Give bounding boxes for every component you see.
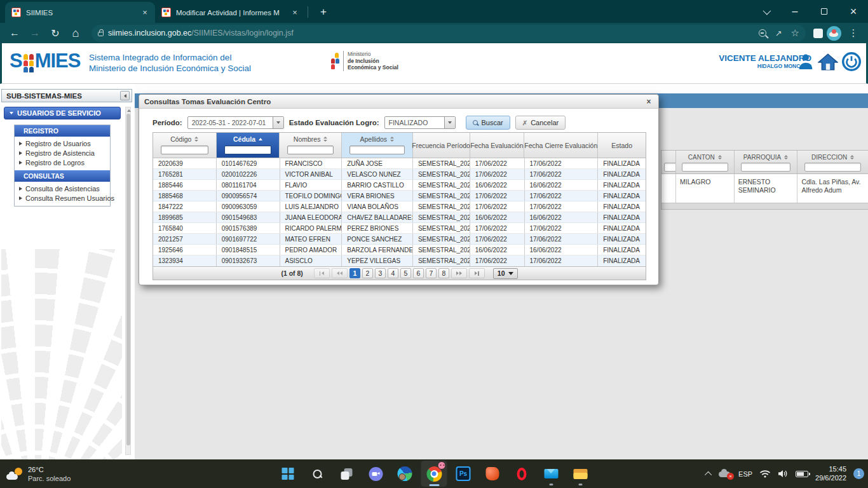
language-indicator[interactable]: ESP	[738, 470, 752, 478]
home-button[interactable]	[67, 25, 84, 41]
tab-modificar-actividad[interactable]: Modificar Actividad | Informes M	[155, 2, 305, 23]
logout-power-icon[interactable]	[842, 52, 861, 71]
home-icon[interactable]	[818, 52, 838, 71]
page-button[interactable]: 5	[400, 268, 411, 278]
back-button[interactable]	[6, 25, 23, 41]
tab-search-button[interactable]	[751, 0, 780, 23]
column-header-parroquia[interactable]: PARROQUIA	[735, 151, 798, 173]
dropdown-button[interactable]	[444, 117, 455, 128]
dropdown-button[interactable]	[273, 117, 283, 128]
volume-icon[interactable]	[778, 470, 789, 478]
page-size-select[interactable]: 10	[493, 268, 518, 279]
column-filter-input[interactable]	[682, 163, 728, 172]
sidebar-item[interactable]: Registro de Usuarios	[17, 139, 109, 148]
scrollbar-thumb[interactable]	[126, 114, 130, 445]
next-page-button[interactable]	[451, 268, 467, 278]
mail-button[interactable]	[538, 461, 564, 487]
table-row[interactable]: 20206390101467629FRANCISCOZUÑA JOSESEMES…	[153, 158, 646, 169]
share-icon[interactable]	[775, 27, 782, 39]
column-filter-input[interactable]	[287, 146, 334, 154]
opera-button[interactable]	[509, 461, 535, 487]
column-header-2[interactable]: Nombres	[280, 133, 342, 158]
prev-page-button[interactable]	[332, 268, 348, 278]
column-header-partial[interactable]	[661, 151, 676, 173]
zoom-out-icon[interactable]	[759, 29, 766, 37]
notification-count-badge[interactable]: 1	[853, 468, 864, 479]
maximize-button[interactable]	[810, 0, 839, 23]
sidebar-scrollbar[interactable]	[125, 107, 131, 455]
table-row[interactable]: 19256460901848515PEDRO AMADORBARZOLA FER…	[153, 245, 646, 255]
profile-avatar[interactable]	[827, 26, 841, 41]
table-row[interactable]: 18854680900956574TEOFILO DOMINGOVERA BRI…	[153, 191, 646, 201]
column-header-3[interactable]: Apellidos	[342, 133, 413, 158]
sidebar-item[interactable]: Consulta Resumen Usuarios	[17, 193, 109, 203]
tab-close-icon[interactable]	[140, 8, 150, 18]
chat-button[interactable]	[363, 461, 389, 487]
task-view-button[interactable]	[334, 461, 360, 487]
table-row[interactable]: 17652810200102226VICTOR ANIBALVELASCO NU…	[153, 169, 646, 180]
column-header-4[interactable]: Frecuencia Período	[413, 133, 470, 158]
minimize-button[interactable]	[780, 0, 810, 23]
last-page-button[interactable]	[469, 268, 485, 278]
file-explorer-button[interactable]	[567, 461, 593, 487]
column-filter-input[interactable]	[804, 163, 861, 172]
column-header-direccion[interactable]: DIRECCION	[797, 151, 868, 173]
column-filter-input[interactable]	[741, 163, 791, 172]
sidebar-group-1[interactable]: CONSULTAS	[15, 170, 110, 182]
side-panel-icon[interactable]	[813, 29, 823, 38]
scroll-up-icon[interactable]	[127, 109, 131, 112]
table-row[interactable]: 18472220900963059LUIS ALEJANDROVIANA BOL…	[153, 201, 646, 212]
page-button[interactable]: 3	[375, 268, 386, 278]
table-row[interactable]: 18854460801161704FLAVIOBARRIO CASTILLOSE…	[153, 180, 646, 191]
sidebar-item[interactable]: Registro de Logros	[17, 158, 109, 167]
page-button[interactable]: 4	[388, 268, 398, 278]
bookmark-star-icon[interactable]	[791, 27, 799, 39]
column-header-0[interactable]: Código	[153, 133, 217, 158]
sidebar-item[interactable]: Consulta de Asistencias	[17, 184, 109, 193]
table-row[interactable]: 20212570901697722MATEO EFRENPONCE SANCHE…	[153, 234, 646, 245]
wifi-icon[interactable]	[759, 470, 771, 478]
onedrive-icon[interactable]	[719, 470, 731, 478]
browser-menu-icon[interactable]	[845, 25, 862, 41]
column-header-5[interactable]: Fecha Evaluación	[470, 133, 525, 158]
estado-dropdown[interactable]: FINALIZADO	[384, 116, 456, 129]
table-row[interactable]: MILAGROERNESTO SEMINARIOCdla. Las Piñas,…	[661, 174, 868, 203]
buscar-button[interactable]: Buscar	[466, 116, 510, 130]
column-filter-input[interactable]	[664, 163, 676, 172]
chrome-button[interactable]	[421, 461, 447, 487]
new-tab-button[interactable]	[316, 4, 331, 20]
page-button[interactable]: 6	[413, 268, 424, 278]
table-row[interactable]: 13239340901932673ASISCLOYEPEZ VILLEGASSE…	[153, 255, 646, 266]
edge-button[interactable]	[392, 461, 418, 487]
user-profile-icon[interactable]	[797, 52, 814, 71]
cancelar-button[interactable]: Cancelar	[515, 116, 566, 130]
sidebar-group-0[interactable]: REGISTRO	[15, 125, 110, 137]
reload-button[interactable]	[47, 25, 64, 41]
tray-chevron-up-icon[interactable]	[705, 471, 712, 478]
tab-close-icon[interactable]	[290, 8, 300, 18]
column-filter-input[interactable]	[349, 146, 405, 154]
column-header-canton[interactable]: CANTON	[676, 151, 735, 173]
tab-siimies[interactable]: SIIMIES	[5, 2, 155, 23]
office-button[interactable]	[480, 461, 506, 487]
sidebar-collapse-button[interactable]	[120, 91, 130, 100]
dialog-titlebar[interactable]: Consultas Tomas Evaluación Centro	[139, 95, 658, 109]
sidebar-section-usuarios[interactable]: USUARIOS DE SERVICIO	[4, 107, 121, 119]
column-filter-input[interactable]	[161, 146, 208, 154]
table-row[interactable]: 17658400901576389RICARDO PALERMOPEREZ BR…	[153, 223, 646, 234]
page-button[interactable]: 1	[349, 268, 360, 278]
page-button[interactable]: 8	[438, 268, 449, 278]
close-window-button[interactable]	[839, 0, 868, 23]
clock[interactable]: 15:45 29/6/2022	[815, 465, 846, 482]
first-page-button[interactable]	[314, 268, 330, 278]
column-header-7[interactable]: Estado	[598, 133, 646, 158]
battery-icon[interactable]	[796, 471, 808, 477]
column-header-6[interactable]: Fecha Cierre Evaluación	[524, 133, 598, 158]
address-bar[interactable]: siimies.inclusion.gob.ec/SIIMIES/vistas/…	[92, 25, 806, 42]
page-button[interactable]: 7	[426, 268, 437, 278]
start-button[interactable]	[275, 461, 301, 487]
table-row[interactable]: 18996850901549683JUANA ELEODORACHAVEZ BA…	[153, 212, 646, 223]
column-header-1[interactable]: Cédula	[217, 133, 280, 158]
forward-button[interactable]	[27, 25, 43, 41]
dialog-close-button[interactable]	[644, 97, 653, 106]
